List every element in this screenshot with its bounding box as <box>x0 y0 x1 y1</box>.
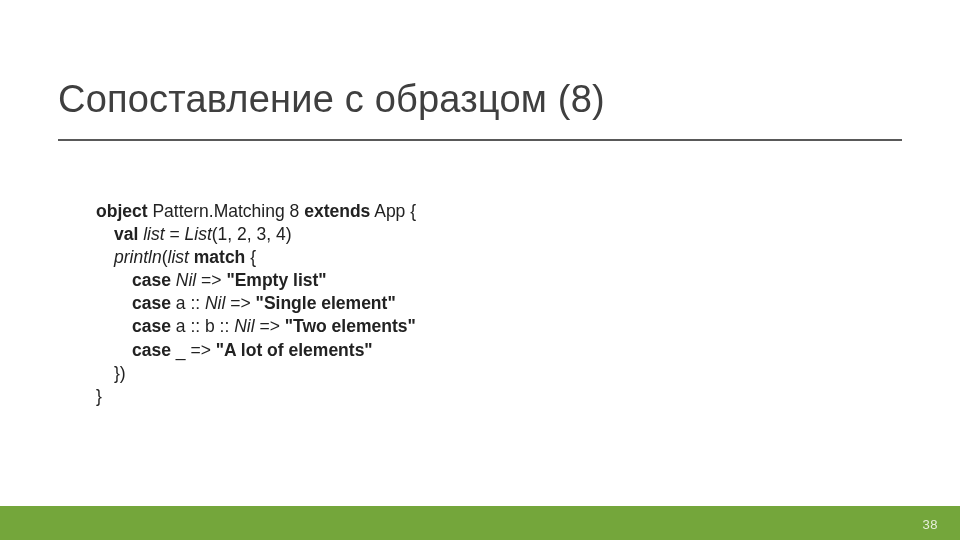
kw-case-4: case <box>132 340 171 360</box>
kw-case-3: case <box>132 316 171 336</box>
kw-extends: extends <box>304 201 370 221</box>
code-line-6: case a :: b :: Nil => "Two elements" <box>96 315 880 338</box>
str-empty: "Empty list" <box>226 270 326 290</box>
kw-object: object <box>96 201 148 221</box>
slide-title: Сопоставление с образцом (8) <box>58 78 902 121</box>
nil-2: Nil <box>205 293 230 313</box>
kw-match: match <box>194 247 246 267</box>
nil-3: Nil <box>234 316 259 336</box>
list-ctor: List <box>185 224 212 244</box>
arrow-2: => <box>230 293 255 313</box>
pat-single-a: a :: <box>171 293 205 313</box>
code-line-1: object Pattern.Matching 8 extends App { <box>96 201 416 221</box>
str-single: "Single element" <box>256 293 396 313</box>
code-line-9: } <box>96 385 880 408</box>
kw-case-1: case <box>132 270 171 290</box>
slide: Сопоставление с образцом (8) object Patt… <box>0 0 960 540</box>
title-block: Сопоставление с образцом (8) <box>58 78 902 141</box>
str-many: "A lot of elements" <box>216 340 373 360</box>
arrow-3: => <box>259 316 284 336</box>
code-line-2: val list = List(1, 2, 3, 4) <box>96 223 880 246</box>
nil-1: Nil <box>171 270 201 290</box>
title-rule <box>58 139 902 141</box>
str-two: "Two elements" <box>285 316 416 336</box>
arrow-1: => <box>201 270 226 290</box>
kw-val: val <box>114 224 138 244</box>
page-number: 38 <box>923 517 938 532</box>
extends-tail: App { <box>370 201 416 221</box>
obj-name: Pattern.Matching 8 <box>148 201 305 221</box>
pat-two: a :: b :: <box>171 316 234 336</box>
list-args: (1, 2, 3, 4) <box>212 224 292 244</box>
arrow-4: => <box>190 340 215 360</box>
code-line-5: case a :: Nil => "Single element" <box>96 292 880 315</box>
match-open: { <box>245 247 256 267</box>
val-name: list <box>138 224 169 244</box>
code-block: object Pattern.Matching 8 extends App { … <box>96 200 880 408</box>
println: println <box>114 247 162 267</box>
pat-wild: _ <box>171 340 190 360</box>
list-ref: list <box>168 247 189 267</box>
eq: = <box>169 224 184 244</box>
code-line-3: println(list match { <box>96 246 880 269</box>
code-line-7: case _ => "A lot of elements" <box>96 339 880 362</box>
kw-case-2: case <box>132 293 171 313</box>
code-line-8: }) <box>96 362 880 385</box>
code-line-4: case Nil => "Empty list" <box>96 269 880 292</box>
footer-bar: 38 <box>0 506 960 540</box>
